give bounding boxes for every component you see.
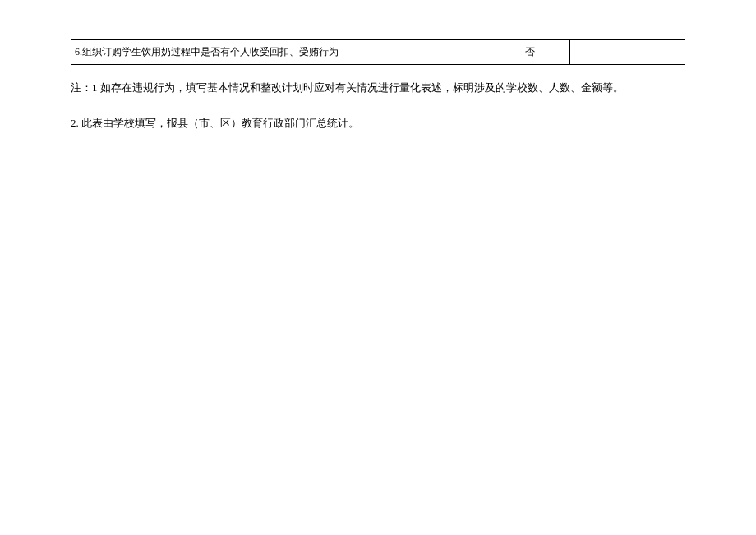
note-line-2: 2. 此表由学校填写，报县（市、区）教育行政部门汇总统计。 [71,115,685,132]
answer-cell: 否 [491,40,569,65]
form-table: 6.组织订购学生饮用奶过程中是否有个人收受回扣、受贿行为 否 [71,39,685,65]
empty-cell-1 [569,40,652,65]
note-line-1: 注：1 如存在违规行为，填写基本情况和整改计划时应对有关情况进行量化表述，标明涉… [71,80,685,97]
empty-cell-2 [652,40,685,65]
question-cell: 6.组织订购学生饮用奶过程中是否有个人收受回扣、受贿行为 [71,40,491,65]
table-row: 6.组织订购学生饮用奶过程中是否有个人收受回扣、受贿行为 否 [71,40,685,65]
